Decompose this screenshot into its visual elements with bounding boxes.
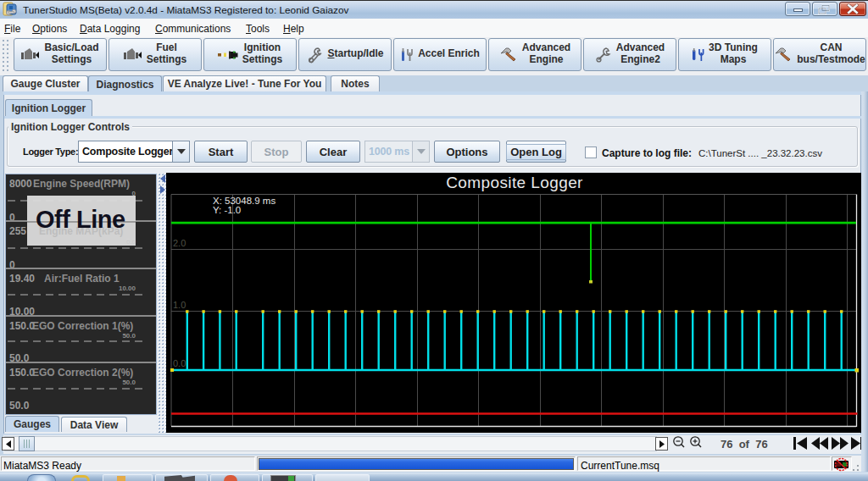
svg-text:0.0: 0.0 [173, 358, 186, 368]
svg-text:1.0: 1.0 [173, 300, 186, 310]
svg-text:X: 53048.9 ms: X: 53048.9 ms [213, 196, 275, 206]
svg-text:2.0: 2.0 [173, 238, 186, 248]
svg-text:Composite Logger: Composite Logger [446, 174, 583, 191]
svg-text:Y: -1.0: Y: -1.0 [213, 205, 241, 215]
